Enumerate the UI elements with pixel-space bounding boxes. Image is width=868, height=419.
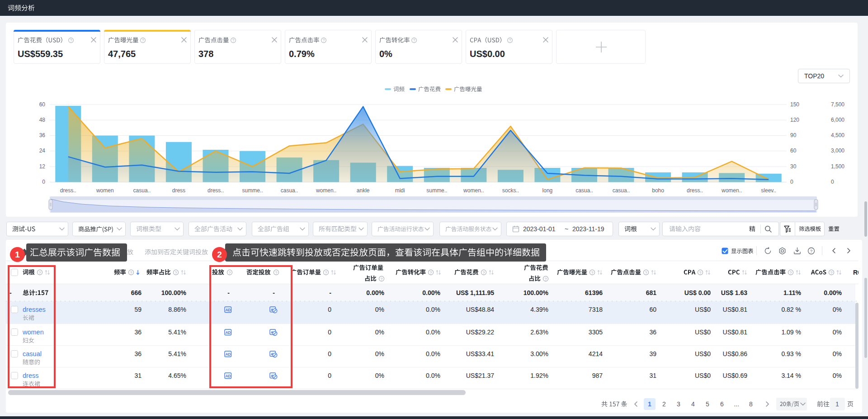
svg-text:?: ? <box>325 271 327 275</box>
svg-text:?: ? <box>232 38 235 43</box>
svg-text:?: ? <box>413 38 415 43</box>
svg-text:?: ? <box>509 38 511 43</box>
svg-text:?: ? <box>544 277 547 281</box>
svg-text:?: ? <box>175 271 177 275</box>
svg-text:?: ? <box>699 271 701 275</box>
svg-text:?: ? <box>323 38 325 43</box>
svg-text:?: ? <box>645 271 647 275</box>
svg-text:?: ? <box>591 271 593 275</box>
svg-text:?: ? <box>142 38 144 43</box>
svg-text:?: ? <box>70 38 72 43</box>
svg-text:?: ? <box>429 271 432 275</box>
svg-text:?: ? <box>380 277 382 281</box>
svg-text:?: ? <box>810 248 812 253</box>
svg-text:?: ? <box>130 271 132 275</box>
svg-text:?: ? <box>789 271 792 275</box>
svg-text:?: ? <box>830 271 832 275</box>
svg-text:?: ? <box>482 271 485 275</box>
